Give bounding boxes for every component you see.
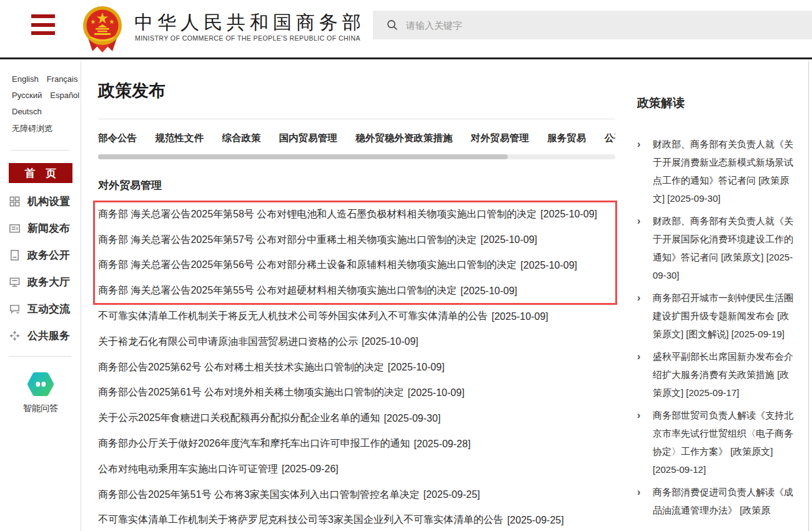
tab-foreign-trade[interactable]: 对外贸易管理 <box>471 132 529 145</box>
document-icon <box>9 249 21 261</box>
chevron-right-icon: › <box>637 135 653 207</box>
sidebar-item-label: 互动交流 <box>27 302 70 316</box>
moc-policy-page: 中华人民共和国商务部 MINISTRY OF COMMERCE OF THE P… <box>0 0 812 531</box>
aside-item[interactable]: › 财政部、商务部有关负责人就《关于开展国际化消费环境建设工作的通知》答记者问 … <box>637 212 796 284</box>
lang-espanol[interactable]: Español <box>50 91 79 100</box>
chevron-right-icon: › <box>637 289 653 343</box>
sidebar-divider <box>81 61 81 531</box>
news-item[interactable]: 关于裕龙石化有限公司申请原油非国营贸易进口资格的公示[2025-10-09] <box>98 329 615 355</box>
accessibility-link[interactable]: 无障碍浏览 <box>12 123 52 134</box>
news-list: 商务部 海关总署公告2025年第58号 公布对锂电池和人造石墨负极材料相关物项实… <box>98 202 615 531</box>
policy-interpretation-list: › 财政部、商务部有关负责人就《关于开展消费新业态新模式新场景试点工作的通知》答… <box>637 135 796 524</box>
sidebar-item-label: 公共服务 <box>27 329 70 343</box>
chevron-right-icon: › <box>637 483 653 519</box>
tab-fair-trade[interactable]: 公平贸易 <box>605 132 615 145</box>
section-title: 对外贸易管理 <box>98 178 162 192</box>
news-icon <box>9 222 21 234</box>
divider <box>11 150 70 151</box>
news-item[interactable]: 商务部 海关总署公告2025年第58号 公布对锂电池和人造石墨负极材料相关物项实… <box>98 202 615 227</box>
sidebar-item-public-service[interactable]: 公共服务 <box>9 322 79 349</box>
aside-item[interactable]: › 商务部召开城市一刻钟便民生活圈建设扩围升级专题新闻发布会 [政策原文] [图… <box>637 289 796 343</box>
site-title: 中华人民共和国商务部 <box>134 10 365 36</box>
sidebar-item-organization[interactable]: 机构设置 <box>9 188 79 215</box>
hamburger-menu-icon[interactable] <box>31 14 55 35</box>
sidebar-item-label: 新闻发布 <box>27 221 70 236</box>
sidebar-item-gov-hall[interactable]: 政务大厅 <box>9 269 79 295</box>
smart-qa-widget[interactable]: 智能问答 <box>0 371 81 414</box>
news-item[interactable]: 商务部公告2025第61号 公布对境外相关稀土物项实施出口管制的决定[2025-… <box>98 380 615 406</box>
lang-russian[interactable]: Русский <box>12 91 42 100</box>
news-item[interactable]: 商务部办公厅关于做好2026年度汽车和摩托车出口许可申报工作的通知[2025-0… <box>98 431 615 457</box>
tab-stabilize-trade-investment[interactable]: 稳外贸稳外资政策措施 <box>355 132 452 145</box>
national-emblem-logo <box>82 5 122 56</box>
monitor-icon <box>9 276 21 288</box>
tab-decree-announcements[interactable]: 部令公告 <box>98 132 137 145</box>
chevron-right-icon: › <box>637 212 653 284</box>
sidebar-nav: 机构设置 新闻发布 政务公开 政务大厅 互动交流 <box>9 188 79 349</box>
news-item[interactable]: 公布对纯电动乘用车实施出口许可证管理[2025-09-26] <box>98 457 615 482</box>
tab-normative-documents[interactable]: 规范性文件 <box>155 132 204 145</box>
chevron-right-icon: › <box>637 406 653 479</box>
news-item[interactable]: 商务部 海关总署公告2025年第56号 公布对部分稀土设备和原辅料相关物项实施出… <box>98 253 615 279</box>
divider <box>9 356 71 357</box>
tabs-scrollbar-thumb[interactable] <box>98 154 508 159</box>
smart-qa-robot-icon <box>25 371 56 397</box>
divider <box>98 119 615 119</box>
chevron-right-icon: › <box>637 347 653 402</box>
lang-francais[interactable]: Français <box>47 74 78 84</box>
smart-qa-label: 智能问答 <box>0 403 81 414</box>
news-item[interactable]: 商务部 海关总署公告2025年第55号 公布对超硬材料相关物项实施出口管制的决定… <box>98 278 615 304</box>
sidebar-item-label: 政务公开 <box>27 248 70 262</box>
search-icon <box>387 19 398 31</box>
news-item[interactable]: 商务部公告2025年第51号 公布将3家美国实体列入出口管制管控名单决定[202… <box>98 482 615 508</box>
aside-item[interactable]: › 财政部、商务部有关负责人就《关于开展消费新业态新模式新场景试点工作的通知》答… <box>637 135 796 207</box>
sidebar-item-home[interactable]: 首 页 <box>9 163 72 183</box>
grid-icon <box>9 196 21 207</box>
news-item[interactable]: 商务部公告2025第62号 公布对稀土相关技术实施出口管制的决定[2025-10… <box>98 355 615 380</box>
tabs-scrollbar-track <box>98 154 615 159</box>
sidebar-item-label: 机构设置 <box>27 194 70 209</box>
aside-item[interactable]: › 盛秋平副部长出席国新办发布会介绍扩大服务消费有关政策措施 [政策原文] [2… <box>637 347 796 402</box>
service-icon <box>9 330 21 342</box>
category-tabs: 部令公告 规范性文件 综合政策 国内贸易管理 稳外贸稳外资政策措施 对外贸易管理… <box>98 132 615 145</box>
sidebar-item-label: 政务大厅 <box>27 275 70 289</box>
lang-deutsch[interactable]: Deutsch <box>12 107 42 116</box>
page-title: 政策发布 <box>98 79 166 102</box>
page-right-border <box>808 61 809 531</box>
language-switcher: English Français Русский Español Deutsch… <box>12 74 79 141</box>
news-item[interactable]: 不可靠实体清单工作机制关于将反无人机技术公司等外国实体列入不可靠实体清单的公告[… <box>98 304 615 329</box>
aside-item[interactable]: › 商务部世贸司负责人解读《支持北京市率先试行世贸组织〈电子商务协定〉工作方案》… <box>637 406 796 479</box>
site-subtitle: MINISTRY OF COMMERCE OF THE PEOPLE'S REP… <box>135 34 360 42</box>
news-item[interactable]: 商务部 海关总署公告2025年第57号 公布对部分中重稀土相关物项实施出口管制的… <box>98 227 615 253</box>
lang-english[interactable]: English <box>12 74 39 84</box>
aside-item[interactable]: › 商务部消费促进司负责人解读《成品油流通管理办法》 [政策原 <box>637 483 796 519</box>
search-input[interactable] <box>406 20 756 31</box>
search-bar <box>373 11 812 39</box>
site-header: 中华人民共和国商务部 MINISTRY OF COMMERCE OF THE P… <box>0 0 812 59</box>
tab-comprehensive-policy[interactable]: 综合政策 <box>222 132 260 145</box>
news-item[interactable]: 不可靠实体清单工作机制关于将萨罗尼克科技公司等3家美国企业列入不可靠实体清单的公… <box>98 508 615 531</box>
chat-icon <box>9 303 21 315</box>
sidebar-item-news[interactable]: 新闻发布 <box>9 215 79 242</box>
news-item[interactable]: 关于公示2025年食糖进口关税配额再分配拟分配企业名单的通知[2025-09-3… <box>98 405 615 431</box>
sidebar-item-gov-disclosure[interactable]: 政务公开 <box>9 242 79 269</box>
tab-domestic-trade[interactable]: 国内贸易管理 <box>279 132 337 145</box>
aside-title: 政策解读 <box>637 95 685 111</box>
tab-service-trade[interactable]: 服务贸易 <box>547 132 586 145</box>
sidebar-item-interaction[interactable]: 互动交流 <box>9 295 79 322</box>
